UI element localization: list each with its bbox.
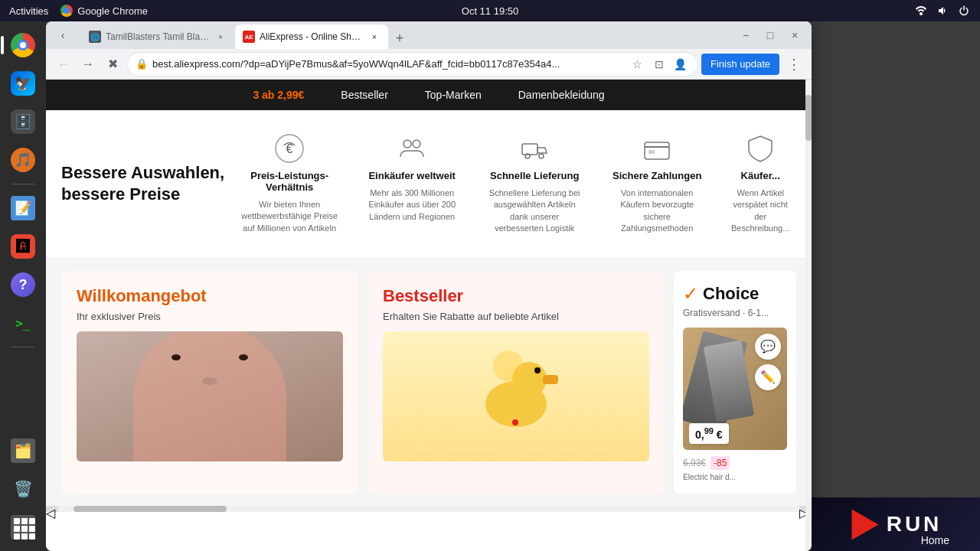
features-list: € Preis-Leistungs-Verhältnis Wir bieten … — [240, 133, 796, 235]
product-action-buttons: 💬 ✏️ — [755, 334, 781, 390]
feature-3-title: Schnelle Lieferung — [490, 170, 579, 181]
chrome-tabs: 🌐 TamilBlasters Tamil Blas... × AE AliEx… — [81, 21, 732, 49]
chrome-toolbar: ← → ✖ 🔒 best.aliexpress.com/?dp=aDYijPe7… — [46, 49, 812, 80]
buyer-protection-icon — [745, 133, 776, 164]
bookmark-button[interactable]: ☆ — [629, 55, 647, 73]
welcome-card-image — [77, 331, 343, 461]
volume-icon[interactable] — [936, 4, 949, 18]
dock-bottom: 🗂️ 🗑️ — [5, 433, 41, 551]
dock-item-trash[interactable]: 🗑️ — [5, 471, 41, 507]
dock-item-appstore[interactable]: 🅰 — [5, 229, 41, 264]
taskbar: Activities Google Chrome Oct 11 19:50 — [0, 0, 980, 21]
vertical-scrollbar-thumb[interactable] — [805, 95, 812, 141]
price-badge: 0,99 € — [689, 423, 729, 444]
profile-button[interactable]: 👤 — [671, 55, 690, 73]
forward-button[interactable]: → — [77, 53, 100, 76]
system-tray — [914, 4, 971, 18]
ali-navigation: 3 ab 2,99€ Bestseller Top-Marken Damenbe… — [46, 80, 812, 110]
new-tab-button[interactable]: + — [389, 28, 410, 49]
choice-logo: ✓ Choice — [683, 283, 787, 305]
home-label: Home — [921, 534, 949, 546]
feature-4-desc: Von internationalen Käufern bevorzugte s… — [607, 187, 707, 235]
active-app-name: Google Chrome — [77, 5, 148, 17]
dock-item-writer[interactable]: 📝 — [5, 191, 41, 226]
choice-card[interactable]: ✓ Choice Gratisversand · 6-1... — [674, 271, 796, 494]
feature-global-buyers: Einkäufer weltweit Mehr als 300 Millione… — [362, 133, 462, 235]
reload-button[interactable]: ✖ — [101, 53, 124, 76]
scrollbar-track[interactable] — [58, 506, 799, 512]
tab-1-close[interactable]: × — [214, 31, 227, 43]
run-text: RUN — [887, 512, 942, 536]
welcome-offer-card[interactable]: Willkomangebot Ihr exklusiver Preis — [61, 271, 358, 494]
page-content: 3 ab 2,99€ Bestseller Top-Marken Damenbe… — [46, 80, 812, 551]
bestseller-card[interactable]: Bestseller Erhalten Sie Rabatte auf beli… — [368, 271, 665, 494]
svg-point-4 — [413, 140, 420, 148]
address-bar[interactable]: 🔒 best.aliexpress.com/?dp=aDYijPe7Bmus&a… — [127, 52, 698, 77]
choice-product-image: 💬 ✏️ 0,99 € — [683, 328, 787, 450]
dock-item-terminal[interactable]: >_ — [5, 305, 41, 341]
price-comparison: 6,93€ -85 — [683, 456, 787, 470]
dock-separator-1 — [11, 184, 34, 184]
feature-3-desc: Schnellere Lieferung bei ausgewählten Ar… — [485, 187, 584, 235]
tab-2[interactable]: AE AliExpress - Online Shop... × — [235, 24, 388, 49]
tab-2-favicon: AE — [243, 31, 255, 43]
maximize-button[interactable]: □ — [760, 24, 781, 46]
url-text: best.aliexpress.com/?dp=aDYijPe7Bmus&af=… — [152, 58, 624, 70]
nav-item-top-brands[interactable]: Top-Marken — [422, 83, 485, 107]
scrollbar-left-button[interactable]: ◁ — [46, 506, 58, 512]
svg-rect-5 — [522, 144, 537, 155]
nav-item-deals[interactable]: 3 ab 2,99€ — [250, 83, 307, 107]
svg-point-7 — [539, 154, 544, 158]
feature-2-title: Einkäufer weltweit — [368, 170, 455, 181]
secure-payments-icon — [642, 133, 672, 164]
svg-point-3 — [403, 140, 411, 148]
network-icon[interactable] — [914, 4, 928, 18]
dock-item-chrome[interactable] — [5, 28, 41, 63]
features-headline-text: Bessere Auswahlen, bessere Preise — [61, 162, 224, 206]
scrollbar-thumb[interactable] — [74, 506, 227, 512]
power-icon[interactable] — [957, 4, 971, 18]
dock-item-show-apps[interactable] — [5, 510, 41, 545]
back-button[interactable]: ← — [52, 53, 75, 76]
edit-button[interactable]: ✏️ — [755, 364, 781, 390]
price-value: 0,99 € — [695, 426, 723, 441]
application-dock: 🦅 🗄️ 🎵 📝 🅰 ? >_ 🗂 — [0, 21, 46, 551]
feature-2-desc: Mehr als 300 Millionen Einkäufer aus übe… — [362, 187, 462, 223]
welcome-card-subtitle: Ihr exklusiver Preis — [77, 311, 343, 322]
dock-item-filemanager[interactable]: 🗂️ — [5, 433, 41, 468]
horizontal-scrollbar[interactable]: ◁ ▷ — [46, 506, 812, 512]
dock-item-thunderbird[interactable]: 🦅 — [5, 66, 41, 101]
dock-item-help[interactable]: ? — [5, 267, 41, 302]
split-view-button[interactable]: ⊡ — [650, 55, 668, 73]
nav-item-bestseller[interactable]: Bestseller — [338, 83, 390, 107]
feature-4-title: Sichere Zahlungen — [612, 170, 701, 181]
chat-button[interactable]: 💬 — [755, 334, 781, 360]
feature-1-desc: Wir bieten Ihnen wettbewerbsfähige Preis… — [240, 199, 339, 234]
vertical-scrollbar[interactable] — [805, 80, 812, 551]
ali-features-section: Bessere Auswahlen, bessere Preise € — [46, 110, 812, 259]
security-lock-icon: 🔒 — [136, 58, 148, 70]
feature-1-title: Preis-Leistungs-Verhältnis — [240, 170, 339, 193]
chevron-left-button[interactable]: ‹ — [52, 24, 74, 46]
feature-5-title: Käufer... — [741, 170, 780, 181]
minimize-button[interactable]: − — [735, 24, 756, 46]
address-bar-actions: ☆ ⊡ 👤 — [629, 55, 690, 73]
finish-update-button[interactable]: Finish update — [701, 54, 779, 75]
nav-item-womens-fashion[interactable]: Damenbekleidung — [515, 83, 608, 107]
ali-cards-section: Willkomangebot Ihr exklusiver Preis — [46, 259, 812, 506]
tab-2-title: AliExpress - Online Shop... — [260, 31, 364, 42]
choice-check-icon: ✓ — [683, 283, 698, 305]
feature-buyer-protection: Käufer... Wenn Artikel verspätet nicht d… — [730, 133, 791, 235]
feature-fast-delivery: Schnelle Lieferung Schnellere Lieferung … — [485, 133, 584, 235]
discount-badge: -85 — [710, 456, 730, 470]
dock-item-files[interactable]: 🗄️ — [5, 104, 41, 139]
svg-rect-8 — [645, 142, 669, 159]
tab-1[interactable]: 🌐 TamilBlasters Tamil Blas... × — [81, 24, 234, 49]
global-buyers-icon — [397, 133, 427, 164]
bestseller-card-image — [383, 331, 649, 461]
activities-button[interactable]: Activities — [9, 5, 48, 17]
more-options-button[interactable]: ⋮ — [782, 53, 805, 76]
dock-item-rhythmbox[interactable]: 🎵 — [5, 142, 41, 178]
tab-2-close[interactable]: × — [368, 31, 381, 43]
close-button[interactable]: × — [784, 24, 805, 46]
